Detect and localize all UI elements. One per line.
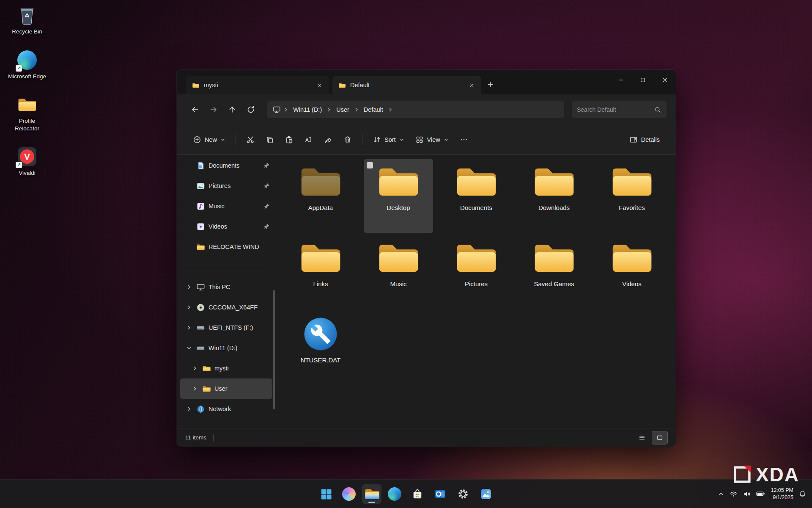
windows-logo-icon	[320, 488, 332, 500]
folder-icon	[376, 161, 421, 202]
search-box[interactable]	[572, 101, 667, 118]
view-button[interactable]: View	[410, 131, 454, 148]
refresh-button[interactable]	[243, 102, 259, 118]
desktop-icon-recycle-bin[interactable]: Recycle Bin	[6, 5, 48, 36]
copilot-icon	[342, 487, 356, 501]
view-toggles	[634, 431, 667, 444]
divider	[236, 134, 236, 145]
file-pictures[interactable]: Pictures	[442, 235, 511, 309]
maximize-button[interactable]	[632, 70, 654, 90]
breadcrumb-segment[interactable]: Win11 (D:)	[289, 105, 326, 115]
new-button[interactable]: New	[188, 131, 230, 148]
tab-mysti[interactable]: mysti	[186, 76, 329, 94]
folder-icon	[202, 364, 211, 373]
delete-button[interactable]	[338, 131, 357, 148]
sidebar-item-network[interactable]: Network	[180, 399, 272, 419]
back-button[interactable]	[187, 102, 203, 118]
file-desktop[interactable]: Desktop	[364, 159, 433, 233]
file-links[interactable]: Links	[286, 235, 355, 309]
sort-button[interactable]: Sort	[368, 131, 409, 148]
breadcrumb-segment[interactable]: User	[332, 105, 353, 115]
file-saved-games[interactable]: Saved Games	[519, 235, 589, 309]
sidebar-item-music[interactable]: Music	[180, 196, 272, 216]
tab-close-icon[interactable]	[314, 80, 325, 91]
new-tab-button[interactable]	[483, 77, 497, 91]
clock[interactable]: 12:05 PM 9/1/2025	[771, 487, 793, 501]
sidebar-scrollbar[interactable]	[273, 290, 275, 409]
breadcrumb[interactable]: Win11 (D:) User Default	[267, 101, 564, 118]
chevron-right-icon	[354, 107, 359, 112]
maximize-icon	[640, 77, 645, 83]
hidden-icons-button[interactable]	[718, 480, 724, 508]
photos-button[interactable]	[476, 484, 496, 504]
this-pc-icon	[196, 283, 205, 292]
folder-icon	[609, 161, 654, 202]
sort-icon	[373, 135, 381, 144]
copy-button[interactable]	[261, 131, 279, 148]
item-count: 11 items	[185, 434, 206, 441]
sidebar-item-documents[interactable]: Documents	[180, 155, 272, 176]
share-button[interactable]	[319, 131, 337, 148]
music-icon	[196, 202, 205, 211]
folder-icon	[532, 237, 576, 279]
sidebar-item-relocate[interactable]: RELOCATE WIND	[180, 237, 272, 257]
minimize-icon	[618, 77, 623, 83]
file-ntuser-dat[interactable]: NTUSER.DAT	[286, 312, 355, 385]
notification-center-button[interactable]	[799, 480, 806, 508]
chevron-right-icon	[192, 386, 198, 391]
paste-button[interactable]	[280, 131, 299, 148]
file-music[interactable]: Music	[364, 235, 433, 309]
desktop-icon-vivaldi[interactable]: V ↗ Vivaldi	[6, 146, 48, 177]
breadcrumb-segment[interactable]: Default	[360, 105, 387, 115]
list-view-button[interactable]	[634, 431, 650, 444]
folder-icon	[17, 94, 37, 115]
desktop-icon-profile-relocator[interactable]: Profile Relocator	[6, 94, 48, 132]
pin-icon	[264, 183, 270, 189]
file-appdata[interactable]: AppData	[286, 159, 355, 233]
close-button[interactable]	[654, 70, 676, 90]
dat-file-icon	[303, 313, 338, 355]
taskbar: 12:05 PM 9/1/2025	[0, 479, 812, 508]
large-icons-view-button[interactable]	[652, 431, 667, 444]
folder-icon	[376, 237, 421, 279]
more-options-button[interactable]	[455, 131, 473, 148]
start-button[interactable]	[316, 484, 336, 504]
edge-button[interactable]	[385, 484, 404, 504]
sidebar-item-mysti[interactable]: mysti	[180, 358, 272, 378]
sidebar-item-cccoma[interactable]: CCCOMA_X64FF	[180, 297, 272, 318]
details-pane-icon	[629, 135, 638, 144]
sidebar-item-uefi-ntfs[interactable]: UEFI_NTFS (F:)	[180, 318, 272, 338]
forward-button[interactable]	[206, 102, 222, 118]
file-videos[interactable]: Videos	[597, 235, 667, 309]
search-input[interactable]	[577, 106, 654, 113]
file-favorites[interactable]: Favorites	[597, 159, 667, 233]
details-button[interactable]: Details	[624, 131, 665, 148]
file-downloads[interactable]: Downloads	[519, 159, 589, 233]
copilot-button[interactable]	[339, 484, 359, 504]
status-bar: 11 items	[177, 428, 676, 447]
recycle-bin-icon	[17, 5, 37, 25]
command-bar: New Sort View	[177, 125, 676, 155]
outlook-button[interactable]	[431, 484, 450, 504]
rename-button[interactable]	[299, 131, 318, 148]
network-icon	[196, 405, 205, 414]
cut-button[interactable]	[241, 131, 260, 148]
sidebar-item-pictures[interactable]: Pictures	[180, 176, 272, 196]
sidebar-item-user[interactable]: User	[180, 378, 272, 399]
sidebar-item-win11-d[interactable]: Win11 (D:)	[180, 338, 272, 358]
selection-checkbox[interactable]	[367, 162, 373, 168]
folder-icon	[298, 237, 343, 279]
microsoft-store-button[interactable]	[408, 484, 427, 504]
settings-button[interactable]	[453, 484, 473, 504]
tab-default[interactable]: Default	[332, 76, 481, 94]
desktop-icon-edge[interactable]: ↗ Microsoft Edge	[6, 50, 48, 80]
tab-close-icon[interactable]	[466, 80, 477, 91]
minimize-button[interactable]	[610, 70, 632, 90]
navigation-bar: Win11 (D:) User Default	[177, 94, 676, 125]
sidebar-item-this-pc[interactable]: This PC	[180, 277, 272, 297]
file-documents[interactable]: Documents	[442, 159, 511, 233]
shortcut-arrow-icon: ↗	[16, 162, 22, 168]
file-explorer-button[interactable]	[362, 484, 381, 504]
up-button[interactable]	[224, 102, 240, 118]
sidebar-item-videos[interactable]: Videos	[180, 216, 272, 237]
